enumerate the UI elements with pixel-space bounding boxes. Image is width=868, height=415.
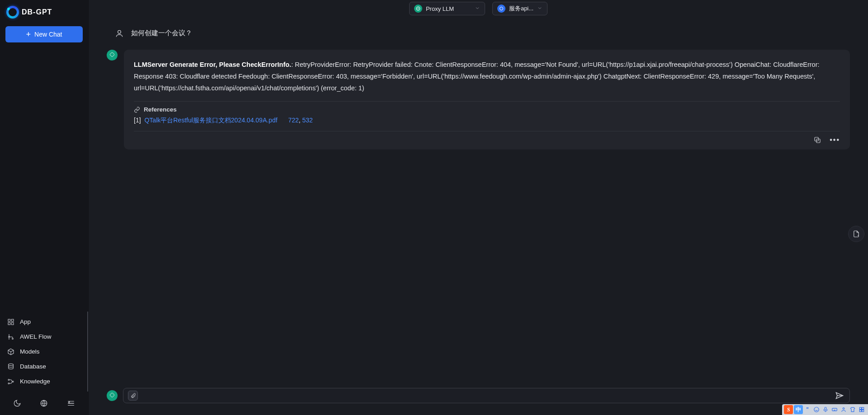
language-button[interactable] [38, 397, 50, 410]
assistant-message: LLMServer Generate Error, Please CheckEr… [107, 50, 850, 149]
chat-scroll[interactable]: 如何创建一个会议？ LLMServer Generate Error, Plea… [89, 17, 868, 388]
sidebar-menu: App AWEL Flow Models Database Knowledge [0, 312, 88, 392]
logo-icon [6, 6, 19, 19]
svg-point-6 [9, 364, 14, 365]
model-select-value: Proxy LLM [426, 5, 454, 12]
composer [123, 388, 850, 403]
svg-rect-3 [11, 322, 14, 325]
svg-point-16 [814, 407, 819, 412]
user-avatar-icon [114, 28, 125, 39]
more-button[interactable]: ••• [830, 136, 840, 144]
sidebar-item-app[interactable]: App [0, 314, 87, 329]
assistant-error-text: LLMServer Generate Error, Please CheckEr… [134, 59, 840, 94]
chevron-down-icon [475, 5, 480, 12]
new-chat-label: New Chat [34, 31, 62, 38]
svg-rect-0 [8, 319, 10, 322]
collapse-sidebar-button[interactable] [65, 397, 77, 410]
sidebar-item-label: Knowledge [20, 378, 50, 385]
send-button[interactable] [834, 390, 845, 401]
paperclip-icon [130, 393, 136, 399]
ime-mic-icon[interactable] [821, 405, 830, 414]
service-icon [497, 5, 505, 13]
sidebar-item-awel-flow[interactable]: AWEL Flow [0, 329, 87, 344]
logo: DB-GPT [0, 0, 88, 24]
sidebar-item-label: AWEL Flow [20, 333, 52, 340]
error-title: LLMServer Generate Error, Please CheckEr… [134, 61, 291, 68]
svg-rect-23 [862, 410, 864, 412]
composer-avatar-icon [107, 390, 118, 401]
document-icon [852, 230, 860, 238]
user-message-text: 如何创建一个会议？ [131, 28, 192, 37]
model-select[interactable]: Proxy LLM [409, 2, 485, 15]
ime-skin-icon[interactable] [848, 405, 857, 414]
new-chat-button[interactable]: + New Chat [5, 26, 83, 42]
copy-icon [813, 136, 821, 144]
ime-emoji-icon[interactable] [812, 405, 821, 414]
references-heading: References [134, 106, 840, 113]
theme-toggle[interactable] [11, 397, 24, 410]
svg-point-13 [118, 30, 121, 33]
sidebar-item-database[interactable]: Database [0, 359, 87, 374]
ime-user-icon[interactable] [839, 405, 848, 414]
references-label: References [144, 106, 177, 113]
svg-rect-21 [862, 407, 864, 409]
grid-icon [7, 318, 14, 326]
sidebar-item-knowledge[interactable]: Knowledge [0, 374, 87, 389]
svg-point-19 [843, 408, 844, 410]
ime-toolbox-icon[interactable] [857, 405, 866, 414]
message-input[interactable] [142, 392, 830, 400]
more-icon: ••• [830, 136, 840, 144]
sidebar-item-models[interactable]: Models [0, 344, 87, 359]
brand-name: DB-GPT [22, 8, 52, 16]
svg-point-8 [8, 382, 9, 384]
ime-tray: S 中 " [782, 404, 868, 415]
sidebar-item-label: App [20, 318, 31, 325]
copy-button[interactable] [813, 136, 821, 144]
plus-icon: + [26, 30, 31, 38]
sidebar: DB-GPT + New Chat App AWEL Flow Models [0, 0, 89, 415]
ime-keyboard-icon[interactable] [830, 405, 839, 414]
svg-rect-1 [11, 319, 14, 322]
sidebar-item-label: Database [20, 363, 46, 370]
globe-icon [40, 399, 48, 407]
attach-button[interactable] [128, 391, 138, 401]
assistant-card: LLMServer Generate Error, Please CheckEr… [124, 50, 850, 149]
topbar: Proxy LLM 服务api... [89, 0, 868, 17]
openai-icon [414, 5, 422, 13]
ime-language-button[interactable]: 中 [794, 405, 803, 414]
database-icon [7, 363, 14, 370]
main: Proxy LLM 服务api... 如何创建一个会议？ L [89, 0, 868, 415]
link-icon [134, 107, 140, 113]
divider [134, 131, 840, 131]
document-panel-button[interactable] [848, 226, 864, 242]
reference-item: [1] QTalk平台Restful服务接口文档2024.04.09A.pdf … [134, 117, 840, 125]
service-select[interactable]: 服务api... [492, 2, 547, 15]
reference-index: [1] [134, 117, 141, 124]
svg-rect-20 [859, 407, 861, 409]
user-message: 如何创建一个会议？ [107, 23, 850, 44]
composer-row [89, 388, 868, 415]
divider [134, 101, 840, 102]
svg-point-4 [9, 336, 10, 337]
reference-chunk-link[interactable]: 532 [302, 117, 313, 124]
sogou-ime-icon[interactable]: S [784, 405, 793, 414]
svg-rect-17 [825, 407, 826, 410]
sidebar-item-label: Models [20, 348, 40, 355]
send-icon [835, 391, 844, 400]
svg-rect-22 [859, 410, 861, 412]
moon-icon [13, 399, 21, 407]
ime-punct-icon[interactable]: " [803, 405, 812, 414]
svg-point-12 [500, 7, 503, 10]
sidebar-footer [0, 392, 88, 415]
collapse-icon [67, 399, 75, 407]
flow-icon [7, 333, 14, 340]
assistant-avatar-icon [107, 50, 118, 61]
reference-file-link[interactable]: QTalk平台Restful服务接口文档2024.04.09A.pdf [144, 117, 277, 124]
svg-point-7 [8, 379, 9, 380]
svg-rect-18 [832, 408, 837, 411]
cube-icon [7, 348, 14, 355]
message-actions: ••• [134, 136, 840, 144]
reference-chunk-link[interactable]: 722 [288, 117, 298, 124]
knowledge-icon [7, 378, 14, 385]
svg-point-5 [12, 338, 14, 339]
